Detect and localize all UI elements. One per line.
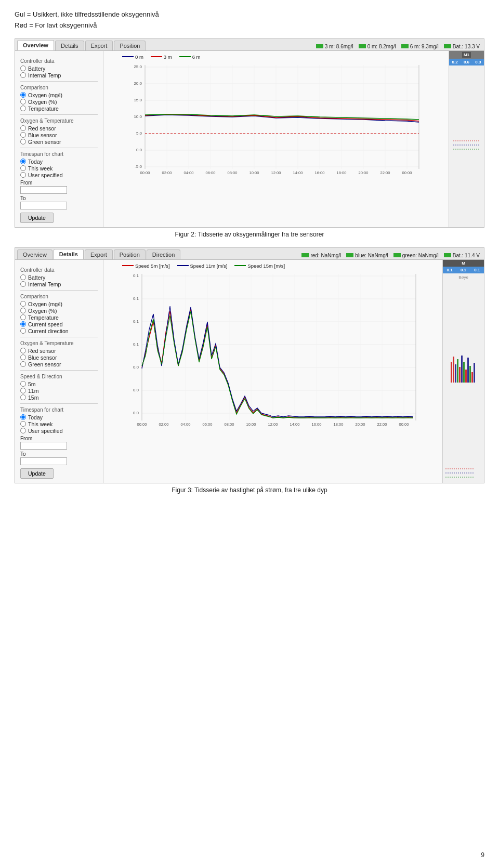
- status-bat-fig2: Bat.: 13.3 V: [444, 44, 480, 49]
- swatch-bat-fig2: [444, 44, 451, 48]
- figure2-chart-area: 0 m 3 m 6 m 25.0 20.0 15.0: [103, 51, 449, 227]
- update-button-fig3[interactable]: Update: [20, 468, 54, 479]
- user-specified-radio-fig3[interactable]: User specified: [20, 428, 98, 434]
- tab-export-fig2[interactable]: Export: [85, 41, 113, 50]
- timespan-title-fig3: Timespan for chart: [20, 407, 98, 413]
- current-speed-label-fig3: Current speed: [28, 321, 63, 327]
- tab-position-fig2[interactable]: Position: [114, 41, 146, 50]
- green-sensor-radio-fig3[interactable]: Green sensor: [20, 361, 98, 367]
- oxygen-mgl-label-fig2: Oxygen (mg/l): [28, 92, 62, 98]
- current-speed-radio-fig3[interactable]: Current speed: [20, 321, 98, 327]
- user-specified-label-fig3: User specified: [28, 428, 63, 434]
- tab-export-fig3[interactable]: Export: [85, 249, 113, 259]
- update-button-fig2[interactable]: Update: [20, 213, 54, 223]
- header-line1: Gul = Usikkert, ikke tilfredsstillende o…: [15, 9, 484, 20]
- oxygen-pct-radio-fig2[interactable]: Oxygen (%): [20, 99, 98, 105]
- svg-text:5.0: 5.0: [136, 131, 142, 136]
- svg-text:15.0: 15.0: [134, 98, 142, 102]
- this-week-radio-fig3[interactable]: This week: [20, 421, 98, 427]
- tab-overview-fig3[interactable]: Overview: [17, 249, 52, 259]
- swatch-bat-fig3: [444, 253, 451, 257]
- figure3-chart-area: Speed 5m [m/s] Speed 11m [m/s] Speed 15m…: [103, 260, 442, 483]
- svg-rect-90: [459, 367, 461, 383]
- page-header: Gul = Usikkert, ikke tilfredsstillende o…: [15, 9, 484, 31]
- svg-text:0.0: 0.0: [133, 365, 139, 370]
- blue-sensor-radio-fig2[interactable]: Blue sensor: [20, 132, 98, 138]
- figure2-body: Controller data Battery Internal Temp Co…: [15, 51, 484, 227]
- svg-text:12:00: 12:00: [271, 170, 281, 175]
- svg-text:00:00: 00:00: [137, 422, 147, 427]
- battery-radio-fig3[interactable]: Battery: [20, 274, 98, 281]
- svg-text:04:00: 04:00: [181, 422, 191, 427]
- red-sensor-radio-fig2[interactable]: Red sensor: [20, 125, 98, 131]
- mini-v1-fig3: 0.1: [447, 268, 453, 272]
- tab-position-fig3[interactable]: Position: [114, 249, 146, 259]
- speed-dir-title-fig3: Speed & Direction: [20, 374, 98, 379]
- 15m-radio-fig3[interactable]: 15m: [20, 394, 98, 401]
- green-sensor-label-fig2: Green sensor: [28, 139, 61, 145]
- tab-direction-fig3[interactable]: Direction: [147, 249, 180, 259]
- status-6m-fig2: 6 m: 9.3mg/l: [401, 44, 439, 49]
- legend-line-6m: [179, 56, 191, 57]
- status-bat-label-fig3: Bat.: 11.4 V: [453, 253, 480, 258]
- user-specified-radio-fig2[interactable]: User specified: [20, 172, 98, 178]
- svg-text:10.0: 10.0: [134, 114, 142, 119]
- to-input-fig2[interactable]: [20, 202, 67, 209]
- from-input-fig3[interactable]: [20, 442, 67, 450]
- internal-temp-radio-fig3[interactable]: Internal Temp: [20, 281, 98, 287]
- from-label-fig2: From: [20, 180, 98, 186]
- 5m-radio-fig3[interactable]: 5m: [20, 381, 98, 387]
- from-label-fig3: From: [20, 436, 98, 441]
- status-3m-label: 3 m: 8.6mg/l: [325, 44, 353, 49]
- from-input-fig2[interactable]: [20, 186, 67, 194]
- from-to-fig3: From To: [20, 436, 98, 465]
- legend-line-11m: [177, 265, 189, 266]
- controller-data-title-fig2: Controller data: [20, 58, 98, 64]
- legend-line-5m: [122, 265, 134, 266]
- svg-rect-88: [455, 364, 456, 383]
- figure3-mini-header: M: [443, 260, 484, 267]
- svg-rect-86: [451, 362, 452, 383]
- temperature-radio-fig2[interactable]: Temperature: [20, 106, 98, 112]
- this-week-radio-fig2[interactable]: This week: [20, 165, 98, 172]
- green-sensor-radio-fig2[interactable]: Green sensor: [20, 139, 98, 145]
- internal-temp-label-fig3: Internal Temp: [28, 281, 61, 287]
- oxygen-mgl-radio-fig3[interactable]: Oxygen (mg/l): [20, 301, 98, 307]
- mini-val-1-fig2: M1: [462, 52, 471, 58]
- svg-text:10:00: 10:00: [246, 422, 256, 427]
- 5m-label-fig3: 5m: [28, 381, 36, 387]
- status-6m-label: 6 m: 9.3mg/l: [410, 44, 439, 49]
- swatch-6m: [401, 44, 409, 48]
- svg-rect-93: [465, 370, 467, 383]
- figure2-tabbar: Overview Details Export Position 3 m: 8.…: [15, 39, 484, 51]
- svg-text:0.1: 0.1: [133, 296, 139, 301]
- svg-text:0.0: 0.0: [133, 411, 139, 415]
- svg-rect-97: [474, 363, 475, 383]
- oxygen-mgl-radio-fig2[interactable]: Oxygen (mg/l): [20, 92, 98, 98]
- oxygen-pct-label-fig3: Oxygen (%): [28, 308, 57, 314]
- blue-sensor-radio-fig3[interactable]: Blue sensor: [20, 354, 98, 361]
- to-input-fig3[interactable]: [20, 457, 67, 465]
- 11m-label-fig3: 11m: [28, 388, 38, 394]
- legend-15m-fig3: Speed 15m [m/s]: [234, 263, 285, 269]
- today-radio-fig3[interactable]: Today: [20, 414, 98, 420]
- legend-label-11m: Speed 11m [m/s]: [190, 263, 228, 269]
- figure3-mini-lines: [443, 463, 484, 483]
- temperature-radio-fig3[interactable]: Temperature: [20, 314, 98, 321]
- tab-details-fig3[interactable]: Details: [54, 249, 84, 259]
- svg-text:20:00: 20:00: [359, 170, 369, 175]
- battery-radio-fig2[interactable]: Battery: [20, 65, 98, 72]
- oxygen-pct-radio-fig3[interactable]: Oxygen (%): [20, 308, 98, 314]
- 11m-radio-fig3[interactable]: 11m: [20, 388, 98, 394]
- today-label-fig3: Today: [28, 414, 43, 420]
- internal-temp-radio-fig2[interactable]: Internal Temp: [20, 72, 98, 78]
- today-radio-fig2[interactable]: Today: [20, 159, 98, 165]
- tab-details-fig2[interactable]: Details: [55, 41, 84, 50]
- oxygen-pct-label-fig2: Oxygen (%): [28, 99, 57, 105]
- status-blue-fig3: blue: NaNmg/l: [346, 253, 388, 258]
- tab-overview-fig2[interactable]: Overview: [17, 40, 54, 50]
- svg-rect-96: [471, 372, 473, 383]
- red-sensor-radio-fig3[interactable]: Red sensor: [20, 348, 98, 354]
- current-dir-radio-fig3[interactable]: Current direction: [20, 328, 98, 334]
- svg-text:20:00: 20:00: [356, 422, 365, 427]
